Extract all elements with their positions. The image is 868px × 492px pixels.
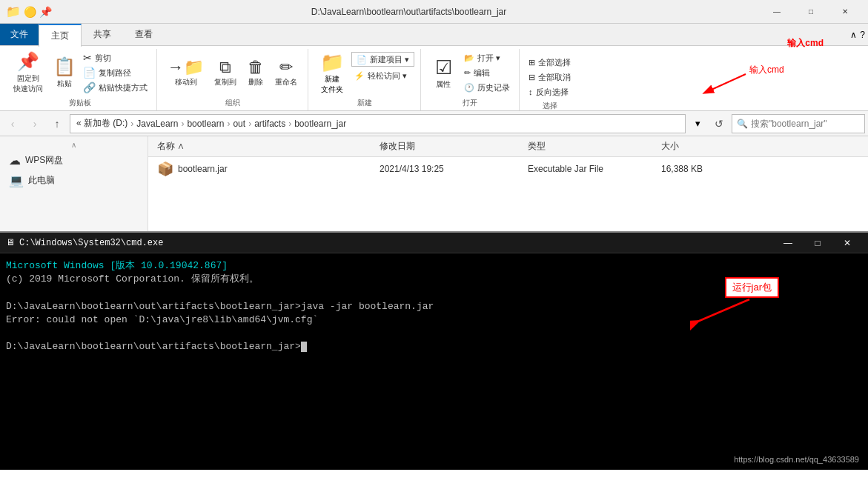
ribbon-content: 📌 固定到快速访问 📋 粘贴 ✂剪切 📄复制路径 🔗粘贴快捷方式 剪贴板 — [0, 46, 868, 111]
explorer-body: ∧ ☁ WPS网盘 💻 此电脑 名称 ∧ 修改日期 类型 大小 📦 — [0, 136, 868, 233]
organize-label: 组织 — [225, 96, 240, 111]
input-cmd-annotation: 输入cmd — [787, 37, 824, 50]
sidebar-item-pc[interactable]: 💻 此电脑 — [0, 170, 148, 190]
tab-home[interactable]: 主页 — [39, 24, 82, 47]
path-javalearn[interactable]: JavaLearn — [136, 119, 178, 129]
select-all-icon: ⊞ — [529, 58, 535, 67]
delete-icon: 🗑 — [248, 58, 264, 77]
path-drive[interactable]: « 新加卷 (D:) — [76, 117, 127, 130]
copy-to-button[interactable]: ⧉ 复制到 — [210, 49, 241, 96]
sidebar-scroll-up[interactable]: ∧ — [0, 139, 148, 150]
ribbon-group-organize: →📁 移动到 ⧉ 复制到 🗑 删除 ✏ 重命名 组织 — [157, 49, 308, 110]
path-artifacts[interactable]: artifacts — [254, 119, 285, 129]
nav-up-button[interactable]: ↑ — [47, 114, 67, 133]
cmd-maximize-button[interactable]: □ — [803, 233, 832, 253]
invert-icon: ↕ — [529, 87, 533, 96]
properties-button[interactable]: ☑ 属性 — [427, 49, 460, 96]
search-input[interactable] — [751, 119, 860, 129]
deselect-all-button[interactable]: ⊟全部取消 — [526, 70, 574, 84]
new-item-stack: 📄 新建项目 ▾ ⚡ 轻松访问 ▾ — [351, 49, 414, 83]
pc-icon: 💻 — [9, 173, 24, 187]
rename-icon: ✏ — [279, 58, 293, 77]
ribbon-collapse-button[interactable]: ∧ — [850, 30, 857, 40]
col-header-date[interactable]: 修改日期 — [374, 140, 522, 153]
col-header-size[interactable]: 大小 — [655, 140, 744, 153]
tab-file[interactable]: 文件 — [0, 24, 39, 45]
copy-path-button[interactable]: 📄复制路径 — [80, 65, 150, 80]
pin-to-quick-access-button[interactable]: 📌 固定到快速访问 — [9, 49, 47, 96]
cmd-line-7: D:\JavaLearn\bootlearn\out\artifacts\boo… — [6, 340, 862, 353]
pc-label: 此电脑 — [28, 174, 55, 187]
file-type-cell: Executable Jar File — [522, 164, 655, 174]
edit-button[interactable]: ✏编辑 — [461, 65, 513, 80]
paste-shortcut-button[interactable]: 🔗粘贴快捷方式 — [80, 80, 150, 95]
window-controls[interactable]: — □ ✕ — [760, 0, 862, 24]
title-bar-icons: 📁 🟡 📌 — [6, 4, 52, 19]
path-bootlearn-jar[interactable]: bootlearn_jar — [294, 119, 346, 129]
address-path[interactable]: « 新加卷 (D:) › JavaLearn › bootlearn › out… — [70, 114, 686, 133]
new-folder-button[interactable]: 📁 新建文件夹 — [319, 50, 345, 96]
file-name-cell: 📦 bootlearn.jar — [151, 161, 374, 177]
select-all-button[interactable]: ⊞全部选择 — [526, 55, 574, 70]
file-list-header: 名称 ∧ 修改日期 类型 大小 — [148, 136, 868, 157]
cmd-window-controls[interactable]: — □ ✕ — [773, 233, 862, 253]
easy-access-button[interactable]: ⚡ 轻松访问 ▾ — [351, 68, 414, 83]
cmd-window: 🖥 C:\Windows\System32\cmd.exe — □ ✕ Micr… — [0, 233, 868, 470]
open-icon: 📂 — [464, 53, 474, 63]
history-button[interactable]: 🕐历史记录 — [461, 80, 513, 95]
path-out[interactable]: out — [233, 119, 245, 129]
table-row[interactable]: 📦 bootlearn.jar 2021/4/13 19:25 Executab… — [148, 157, 868, 181]
tab-share[interactable]: 共享 — [82, 24, 123, 45]
select-buttons: ⊞全部选择 ⊟全部取消 ↕反向选择 — [526, 49, 574, 99]
delete-button[interactable]: 🗑 删除 — [242, 49, 269, 96]
cmd-title-text: C:\Windows\System32\cmd.exe — [19, 238, 773, 248]
paste-label: 粘贴 — [57, 79, 72, 89]
nav-back-button[interactable]: ‹ — [3, 114, 22, 133]
maximize-button[interactable]: □ — [794, 0, 828, 24]
paste-shortcut-icon: 🔗 — [83, 82, 96, 93]
ribbon-help-button[interactable]: ? — [860, 30, 865, 40]
minimize-button[interactable]: — — [760, 0, 794, 24]
address-dropdown-button[interactable]: ▾ — [689, 114, 706, 133]
cut-button[interactable]: ✂剪切 — [80, 50, 150, 65]
ribbon-group-open: ☑ 属性 📂打开 ▾ ✏编辑 🕐历史记录 打开 — [421, 49, 520, 110]
paste-button[interactable]: 📋 粘贴 — [49, 49, 80, 96]
move-to-button[interactable]: →📁 移动到 — [163, 49, 208, 96]
cmd-line-1: Microsoft Windows [版本 10.0.19042.867] — [6, 259, 862, 273]
path-bootlearn[interactable]: bootlearn — [187, 119, 224, 129]
close-button[interactable]: ✕ — [828, 0, 862, 24]
sidebar: ∧ ☁ WPS网盘 💻 此电脑 — [0, 136, 148, 231]
blog-url: https://blog.csdn.net/qq_43633589 — [734, 455, 859, 464]
cmd-line-5: Error: could not open `D:\java\jre8\lib\… — [6, 313, 862, 327]
ribbon-group-select: ⊞全部选择 ⊟全部取消 ↕反向选择 选择 — [520, 49, 580, 110]
paste-copy-group: 📋 粘贴 ✂剪切 📄复制路径 🔗粘贴快捷方式 — [49, 49, 150, 96]
cmd-close-button[interactable]: ✕ — [832, 233, 862, 253]
address-bar: ‹ › ↑ « 新加卷 (D:) › JavaLearn › bootlearn… — [0, 111, 868, 136]
open-button[interactable]: 📂打开 ▾ — [461, 50, 513, 65]
refresh-button[interactable]: ↺ — [709, 114, 729, 133]
folder-icon: 📁 — [320, 51, 344, 74]
new-buttons: 📁 新建文件夹 📄 新建项目 ▾ ⚡ 轻松访问 ▾ — [314, 49, 414, 96]
search-icon: 🔍 — [737, 119, 748, 129]
col-header-name[interactable]: 名称 ∧ — [151, 140, 374, 153]
cursor-blink — [301, 342, 307, 352]
cmd-minimize-button[interactable]: — — [773, 233, 803, 253]
cmd-line-4: D:\JavaLearn\bootlearn\out\artifacts\boo… — [6, 300, 862, 313]
new-item-button[interactable]: 📄 新建项目 ▾ — [351, 52, 414, 67]
nav-forward-button[interactable]: › — [25, 114, 44, 133]
new-item-icon: 📄 — [357, 55, 367, 64]
ribbon-group-clipboard: 📌 固定到快速访问 📋 粘贴 ✂剪切 📄复制路径 🔗粘贴快捷方式 剪贴板 — [3, 49, 157, 110]
tab-view[interactable]: 查看 — [123, 24, 165, 45]
organize-buttons: →📁 移动到 ⧉ 复制到 🗑 删除 ✏ 重命名 — [163, 49, 302, 96]
copy-to-icon: ⧉ — [219, 58, 231, 77]
ribbon-tabs: 文件 主页 共享 查看 ∧ ? — [0, 24, 868, 46]
search-box[interactable]: 🔍 — [732, 114, 865, 133]
col-header-type[interactable]: 类型 — [522, 140, 655, 153]
invert-selection-button[interactable]: ↕反向选择 — [526, 84, 574, 99]
history-icon: 🕐 — [464, 83, 474, 93]
clipboard-buttons: 📌 固定到快速访问 📋 粘贴 ✂剪切 📄复制路径 🔗粘贴快捷方式 — [9, 49, 150, 96]
ribbon-group-new: 📁 新建文件夹 📄 新建项目 ▾ ⚡ 轻松访问 ▾ 新建 — [308, 49, 421, 110]
rename-button[interactable]: ✏ 重命名 — [271, 49, 302, 96]
paste-icon: 📋 — [53, 56, 76, 77]
sidebar-item-wps[interactable]: ☁ WPS网盘 — [0, 150, 148, 170]
